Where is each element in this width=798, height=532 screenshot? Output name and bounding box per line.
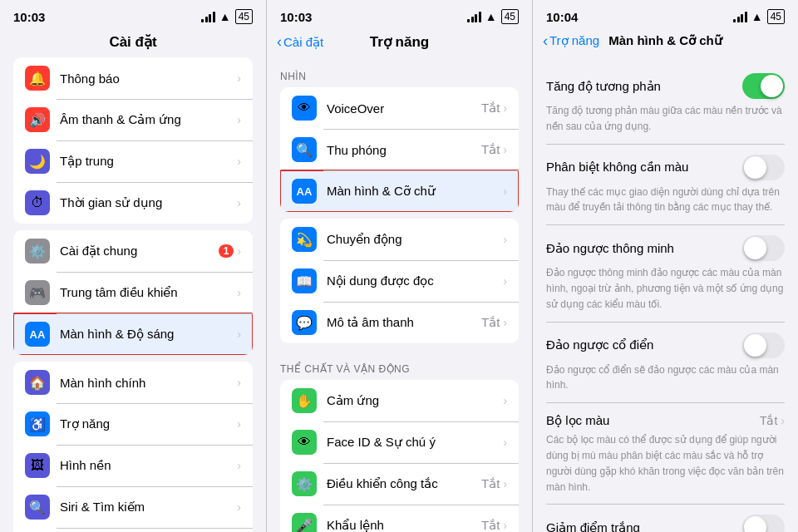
man-hinh-do-sang-item[interactable]: AA Màn hình & Độ sáng › — [13, 313, 253, 355]
dieu-khien-cong-tac-icon: ⚙️ — [292, 471, 317, 496]
chuyen-dong-item[interactable]: 💫 Chuyển động › — [280, 219, 519, 260]
face-id-item[interactable]: 👤 Face ID & Mật mã › — [13, 528, 253, 532]
time-2: 10:03 — [280, 10, 312, 24]
dao-nguoc-co-dien-toggle[interactable] — [742, 332, 785, 358]
am-thanh-label: Âm thanh & Cảm ứng — [60, 112, 237, 127]
noi-dung-item[interactable]: 📖 Nội dung được đọc › — [280, 260, 519, 302]
voice-over-item[interactable]: 👁 VoiceOver Tắt › — [280, 87, 519, 129]
voice-over-label: VoiceOver — [327, 101, 481, 116]
cai-dat-chung-right: 1 › — [219, 244, 241, 258]
cam-ung-label: Cảm ứng — [327, 393, 503, 408]
man-hinh-co-chu-item[interactable]: AA Màn hình & Cỡ chữ › — [280, 170, 519, 212]
man-hinh-chinh-item[interactable]: 🏠 Màn hình chính › — [13, 362, 253, 403]
man-hinh-co-chu-icon: AA — [292, 179, 317, 204]
nav-header-1: Cài đặt — [0, 30, 266, 57]
am-thanh-right: › — [237, 113, 241, 126]
siri-icon: 🔍 — [25, 495, 50, 520]
giam-diem-trang-label: Giảm điểm trắng — [546, 520, 640, 532]
dieu-khien-cong-tac-item[interactable]: ⚙️ Điều khiển công tắc Tắt › — [280, 463, 519, 505]
khau-lenh-label: Khẩu lệnh — [327, 518, 481, 532]
dao-nguoc-thong-minh-row: Đảo ngược thông minh Đảo ngược thông min… — [546, 225, 785, 322]
status-bar-2: 10:03 ▲ 45 — [267, 0, 532, 30]
man-hinh-chinh-icon: 🏠 — [25, 370, 50, 395]
trung-tam-icon: 🎮 — [25, 280, 50, 305]
status-icons-1: ▲ 45 — [201, 9, 253, 24]
accessibility-list: NHÌN 👁 VoiceOver Tắt › 🔍 Thu phóng Tắt ›… — [267, 57, 532, 532]
thoi-gian-label: Thời gian sử dụng — [60, 195, 237, 210]
list-group-nhin: 👁 VoiceOver Tắt › 🔍 Thu phóng Tắt › AA M… — [280, 87, 519, 212]
face-id-su-chu-y-label: Face ID & Sự chú ý — [327, 435, 503, 450]
dao-nguoc-thong-minh-desc: Đảo ngược thông minh đảo ngược các màu c… — [546, 267, 783, 310]
nav-title-3: Màn hình & Cỡ chữ — [608, 33, 722, 48]
voice-over-value: Tắt — [481, 101, 500, 116]
status-bar-1: 10:03 ▲ 45 — [0, 0, 266, 30]
list-group-motion: 💫 Chuyển động › 📖 Nội dung được đọc › 💬 … — [280, 219, 519, 343]
trung-tam-right: › — [237, 286, 241, 299]
signal-icon-3 — [733, 12, 747, 22]
hinh-nen-item[interactable]: 🖼 Hình nền › — [13, 445, 253, 486]
am-thanh-icon: 🔊 — [25, 107, 50, 132]
thoi-gian-right: › — [237, 196, 241, 209]
giam-diem-trang-toggle[interactable] — [742, 515, 785, 532]
signal-icon-2 — [467, 12, 481, 22]
phan-biet-toggle[interactable] — [742, 155, 785, 180]
tap-trung-icon: 🌙 — [25, 149, 50, 174]
wifi-icon-2: ▲ — [485, 10, 497, 23]
dao-nguoc-thong-minh-label: Đảo ngược thông minh — [546, 241, 674, 256]
back-label-3: Trợ năng — [549, 33, 599, 48]
trung-tam-label: Trung tâm điều khiển — [60, 285, 237, 300]
khau-lenh-item[interactable]: 🎤 Khẩu lệnh Tắt › — [280, 505, 519, 532]
bo-loc-mau-row: Bộ lọc màu Tắt › Các bộ lọc màu có thể đ… — [546, 403, 785, 505]
thong-bao-label: Thông báo — [60, 71, 237, 86]
siri-item[interactable]: 🔍 Siri & Tìm kiếm › — [13, 486, 253, 528]
mo-ta-icon: 💬 — [292, 310, 317, 335]
cai-dat-chung-label: Cài đặt chung — [60, 244, 219, 259]
tang-do-tuong-phan-label: Tăng độ tương phản — [546, 79, 661, 94]
man-hinh-do-sang-icon: AA — [25, 322, 50, 347]
back-button-3[interactable]: ‹ Trợ năng — [543, 32, 599, 50]
thong-bao-item[interactable]: 🔔 Thông báo › — [13, 57, 253, 99]
thong-bao-icon: 🔔 — [25, 66, 50, 91]
dao-nguoc-thong-minh-toggle[interactable] — [742, 235, 785, 261]
list-group-2: ⚙️ Cài đặt chung 1 › 🎮 Trung tâm điều kh… — [13, 230, 253, 355]
trung-tam-item[interactable]: 🎮 Trung tâm điều khiển › — [13, 272, 253, 313]
phan-biet-row: Phân biệt không cần màu Thay thế các mục… — [546, 145, 785, 226]
bo-loc-mau-chevron: › — [781, 414, 785, 427]
man-hinh-do-sang-right: › — [237, 328, 241, 341]
face-id-su-chu-y-item[interactable]: 👁 Face ID & Sự chú ý › — [280, 421, 519, 463]
phan-biet-label: Phân biệt không cần màu — [546, 160, 688, 175]
giam-diem-trang-row: Giảm điểm trắng Giảm cường độ của các mà… — [546, 505, 785, 532]
thoi-gian-icon: ⏱ — [25, 190, 50, 215]
time-1: 10:03 — [13, 10, 45, 24]
cai-dat-chung-icon: ⚙️ — [25, 239, 50, 264]
back-button-2[interactable]: ‹ Cài đặt — [277, 33, 323, 51]
battery-icon-3: 45 — [767, 9, 785, 24]
tro-nang-item[interactable]: ♿ Trợ năng › — [13, 403, 253, 445]
tang-do-tuong-phan-row: Tăng độ tương phản Tăng độ tương phản mà… — [546, 63, 785, 145]
thu-phong-item[interactable]: 🔍 Thu phóng Tắt › — [280, 129, 519, 170]
chuyen-dong-label: Chuyển động — [327, 232, 503, 247]
am-thanh-item[interactable]: 🔊 Âm thanh & Cảm ứng › — [13, 99, 253, 140]
noi-dung-label: Nội dung được đọc — [327, 273, 503, 288]
chuyen-dong-icon: 💫 — [292, 227, 317, 252]
tap-trung-item[interactable]: 🌙 Tập trung › — [13, 140, 253, 182]
status-icons-2: ▲ 45 — [467, 9, 519, 24]
thoi-gian-item[interactable]: ⏱ Thời gian sử dụng › — [13, 182, 253, 224]
cai-dat-chung-item[interactable]: ⚙️ Cài đặt chung 1 › — [13, 230, 253, 272]
nav-title-2: Trợ năng — [370, 33, 429, 51]
status-bar-3: 10:04 ▲ 45 — [533, 0, 798, 30]
tang-do-tuong-phan-toggle[interactable] — [742, 73, 785, 99]
list-group-3: 🏠 Màn hình chính › ♿ Trợ năng › 🖼 Hình n… — [13, 362, 253, 532]
tap-trung-label: Tập trung — [60, 154, 237, 169]
mo-ta-item[interactable]: 💬 Mô tả âm thanh Tắt › — [280, 302, 519, 343]
status-icons-3: ▲ 45 — [733, 9, 785, 24]
wifi-icon: ▲ — [219, 10, 231, 23]
bo-loc-mau-label: Bộ lọc màu — [546, 413, 609, 428]
mo-ta-label: Mô tả âm thanh — [327, 315, 481, 330]
khau-lenh-icon: 🎤 — [292, 513, 317, 532]
tang-do-tuong-phan-desc: Tăng độ tương phản màu giữa các màu nền … — [546, 105, 782, 132]
man-hinh-do-sang-label: Màn hình & Độ sáng — [60, 327, 237, 342]
cam-ung-item[interactable]: ✋ Cảm ứng › — [280, 380, 519, 421]
hinh-nen-label: Hình nền — [60, 458, 237, 473]
battery-icon: 45 — [235, 9, 253, 24]
